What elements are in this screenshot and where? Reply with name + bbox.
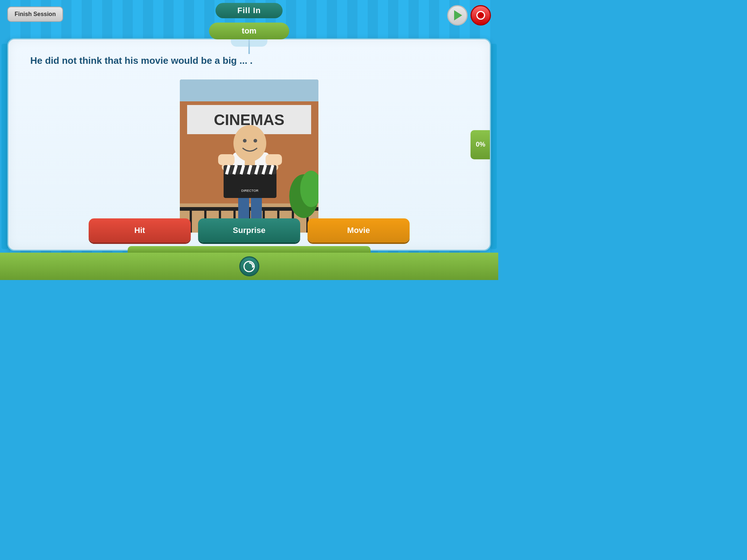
answer-button-movie[interactable]: Movie — [307, 218, 410, 242]
answer-button-hit[interactable]: Hit — [89, 218, 191, 242]
svg-point-32 — [233, 125, 266, 162]
svg-text:DIRECTOR: DIRECTOR — [241, 189, 259, 192]
answer-buttons-area: Hit Surprise Movie — [30, 218, 468, 242]
question-text: He did not think that his movie would be… — [30, 54, 468, 67]
controls-area — [447, 5, 491, 26]
book-container: 0% He did not think that his movie would… — [7, 38, 491, 251]
student-name-pill: tom — [209, 23, 289, 39]
right-side-decoration — [490, 44, 497, 249]
app-logo — [239, 256, 259, 276]
svg-rect-35 — [245, 158, 255, 165]
stop-button[interactable] — [471, 5, 491, 26]
svg-point-34 — [253, 139, 257, 143]
fill-in-label: Fill In — [216, 3, 283, 18]
bottom-platform — [128, 246, 371, 253]
play-button[interactable] — [447, 5, 468, 26]
answer-button-surprise[interactable]: Surprise — [198, 218, 300, 242]
question-image: CINEMAS — [180, 79, 318, 233]
progress-percent: 0% — [476, 141, 485, 148]
book-spine — [248, 39, 250, 54]
svg-point-33 — [243, 139, 247, 143]
stop-icon — [476, 11, 485, 20]
bottom-bar — [0, 253, 498, 280]
progress-bar: 0% — [471, 130, 491, 159]
play-icon — [454, 10, 462, 20]
finish-session-button[interactable]: Finish Session — [7, 7, 63, 22]
